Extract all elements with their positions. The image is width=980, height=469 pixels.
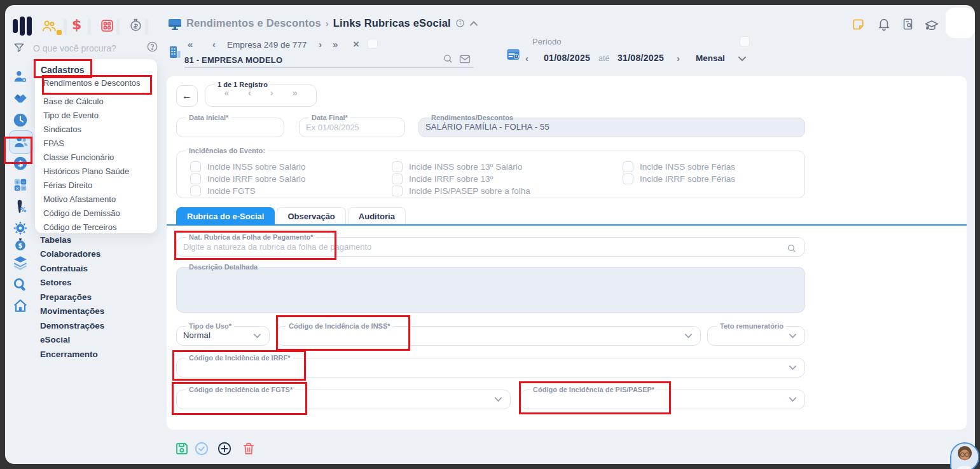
checkbox-irrf-13[interactable] (392, 173, 403, 184)
period-mode-select[interactable]: Mensal (696, 53, 725, 63)
data-inicial-input[interactable] (183, 123, 268, 132)
document-search-icon[interactable] (901, 17, 915, 31)
menu-section-tabelas[interactable]: Tabelas (40, 235, 71, 245)
company-next-button[interactable]: › (319, 39, 322, 49)
sidebar-gear-globe-icon[interactable] (12, 220, 29, 236)
sidebar-person-gear-icon[interactable] (12, 69, 29, 85)
save-button[interactable] (174, 441, 190, 456)
collapse-chevron-icon[interactable] (469, 20, 478, 27)
menu-section-setores[interactable]: Setores (40, 278, 72, 287)
back-button[interactable]: ← (176, 85, 198, 107)
tipo-uso-select[interactable]: Normal (183, 330, 263, 340)
chevron-down-icon[interactable] (684, 333, 693, 339)
cod-fgts-select[interactable] (183, 393, 504, 402)
company-checkbox[interactable] (368, 39, 378, 49)
menu-item-tipo-de-evento[interactable]: Tipo de Evento (43, 111, 99, 120)
confirm-button[interactable] (194, 441, 209, 456)
period-end-date[interactable]: 31/08/2025 (618, 53, 664, 63)
menu-item-codigo-de-demissao[interactable]: Código de Demissão (43, 208, 120, 218)
chevron-down-icon[interactable] (789, 397, 797, 402)
teto-select[interactable] (714, 330, 798, 339)
menu-item-historicos-plano-saude[interactable]: Históricos Plano Saúde (43, 167, 129, 176)
sidebar-search-icon[interactable] (12, 276, 29, 293)
menu-section-esocial[interactable]: eSocial (40, 335, 70, 344)
menu-item-sindicatos[interactable]: Sindicatos (43, 125, 81, 134)
period-prev-button[interactable]: ‹ (525, 53, 528, 63)
menu-section-movimentacoes[interactable]: Movimentações (40, 306, 104, 316)
bell-icon[interactable] (877, 17, 891, 31)
moneybag-module-icon[interactable] (128, 17, 144, 33)
help-icon[interactable] (146, 41, 158, 53)
delete-button[interactable] (241, 441, 256, 456)
menu-section-preparacoes[interactable]: Preparações (40, 292, 92, 302)
tab-rubrica-esocial[interactable]: Rubrica do e-Social (176, 207, 275, 225)
company-prev-button[interactable]: ‹ (212, 39, 216, 49)
tab-auditoria[interactable]: Auditoria (348, 207, 406, 225)
company-first-button[interactable]: « (188, 39, 193, 49)
menu-item-fpas[interactable]: FPAS (43, 139, 64, 148)
company-close-button[interactable]: × (353, 39, 359, 50)
company-last-button[interactable]: » (333, 39, 338, 49)
sidebar-moneybag-icon[interactable]: $ (12, 236, 29, 253)
menu-section-cadastros[interactable]: Cadastros (41, 65, 84, 75)
menu-item-rendimentos-e-descontos[interactable]: Rendimentos e Descontos (43, 78, 140, 88)
checkbox-inss-13[interactable] (392, 161, 403, 172)
sidebar-layers-icon[interactable] (12, 254, 29, 271)
cod-inss-select[interactable] (283, 330, 694, 339)
checkbox-inss-ferias[interactable] (623, 161, 633, 172)
record-first-button[interactable]: « (224, 88, 230, 98)
record-prev-button[interactable]: ‹ (248, 88, 251, 98)
company-search-icon[interactable] (443, 53, 453, 64)
sidebar-key-percent-icon[interactable]: % (12, 198, 29, 215)
chevron-down-icon[interactable] (494, 397, 502, 402)
info-icon[interactable] (455, 18, 465, 28)
menu-item-base-de-calculo[interactable]: Base de Cálculo (43, 97, 104, 106)
graduation-cap-icon[interactable] (924, 18, 939, 33)
user-area[interactable] (946, 8, 975, 38)
checkbox-pis-folha[interactable] (392, 186, 403, 196)
menu-item-classe-funcionario[interactable]: Classe Funcionário (43, 153, 114, 162)
menu-section-colaboradores[interactable]: Colaboradores (40, 249, 100, 259)
sidebar-people-icon[interactable] (13, 133, 29, 150)
data-final-input[interactable] (306, 123, 389, 132)
menu-section-contratuais[interactable]: Contratuais (40, 264, 88, 273)
envelope-icon[interactable] (459, 54, 471, 64)
record-next-button[interactable]: › (270, 88, 273, 98)
sidebar-dollar-icon[interactable]: $ (12, 155, 29, 172)
menu-item-motivo-afastamento[interactable]: Motivo Afastamento (43, 194, 116, 204)
period-start-date[interactable]: 01/08/2025 (544, 53, 590, 63)
cod-pis-select[interactable] (527, 393, 798, 402)
sidebar-clock-icon[interactable] (12, 112, 29, 128)
period-chevron-down-icon[interactable] (738, 56, 747, 62)
note-icon[interactable] (851, 17, 866, 32)
sidebar-home-icon[interactable] (12, 297, 29, 314)
tab-observacao[interactable]: Observação (277, 207, 345, 225)
add-button[interactable] (217, 441, 232, 456)
menu-item-codigo-de-terceiros[interactable]: Código de Terceiros (43, 222, 116, 232)
global-search-input[interactable]: O que você procura? (33, 43, 116, 53)
people-module-icon[interactable] (41, 18, 57, 34)
record-last-button[interactable]: » (293, 88, 298, 98)
descricao-textarea[interactable] (183, 271, 798, 302)
menu-section-demonstracoes[interactable]: Demonstrações (40, 321, 104, 330)
cod-irrf-select[interactable] (183, 362, 798, 370)
support-chat-avatar[interactable] (950, 442, 979, 469)
checkbox-inss-salario[interactable] (190, 161, 201, 172)
finance-module-icon[interactable]: $ (72, 17, 81, 32)
nat-rubrica-search-icon[interactable] (787, 243, 797, 254)
chevron-down-icon[interactable] (789, 333, 797, 339)
checkbox-irrf-salario[interactable] (190, 173, 201, 184)
chevron-down-icon[interactable] (789, 365, 797, 370)
chevron-down-icon[interactable] (253, 333, 261, 339)
sidebar-calculator-icon[interactable]: +−×= (12, 177, 29, 193)
period-next-button[interactable]: › (677, 53, 680, 63)
sidebar-handshake-icon[interactable] (12, 90, 29, 107)
checkbox-irrf-ferias[interactable] (623, 173, 633, 184)
checkbox-fgts[interactable] (190, 186, 201, 196)
menu-section-encerramento[interactable]: Encerramento (40, 350, 98, 359)
menu-item-ferias-direito[interactable]: Férias Direito (43, 180, 92, 190)
filter-icon[interactable] (13, 41, 25, 54)
nat-rubrica-input[interactable] (183, 242, 761, 252)
calculator-module-icon[interactable] (99, 18, 115, 34)
period-checkbox[interactable] (740, 36, 750, 46)
